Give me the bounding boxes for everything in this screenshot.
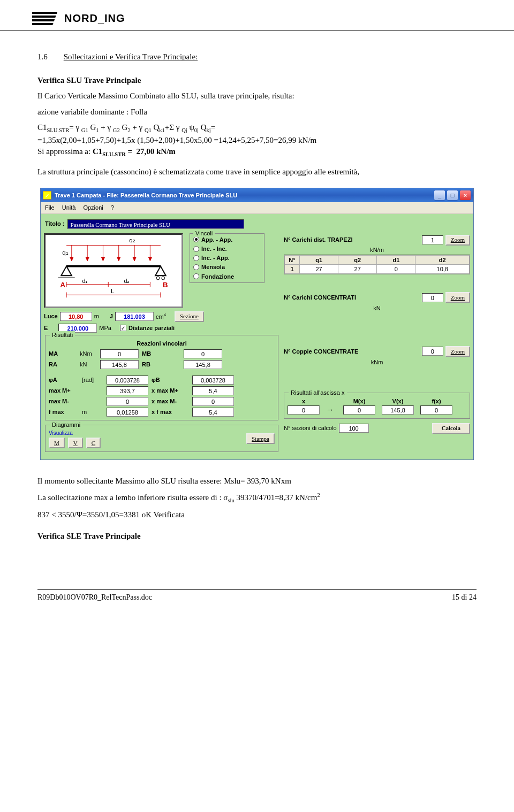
svg-rect-3 (32, 23, 54, 25)
svg-text:d₁: d₁ (82, 277, 87, 284)
concentrati-unit: kN (284, 304, 470, 312)
close-button[interactable]: × (459, 190, 471, 201)
diagram-c-button[interactable]: C (86, 438, 101, 448)
distanze-parziali-checkbox[interactable]: ✓ (120, 325, 126, 331)
titolo-label: Titolo : (45, 220, 64, 227)
svg-text:d₂: d₂ (124, 277, 130, 284)
radio-fondazione[interactable]: Fondazione (193, 273, 261, 280)
footer-page: 15 di 24 (452, 593, 477, 602)
vincoli-group: Vincoli App. - App. Inc. - Inc. Inc. - A… (190, 233, 264, 283)
svg-text:q₂: q₂ (129, 236, 135, 243)
distanze-parziali-label: Distanze parziali (128, 324, 175, 332)
maxmp-field: 393,7 (107, 386, 148, 395)
svg-text:q₁: q₁ (62, 249, 69, 256)
maxmm-field: 0 (107, 397, 148, 406)
radio-mensola[interactable]: Mensola (193, 263, 261, 271)
trapezi-label: N° Carichi dist. TRAPEZI (284, 236, 352, 243)
coppie-count[interactable]: 0 (422, 347, 443, 356)
maximize-button[interactable]: □ (447, 190, 458, 201)
app-icon: ⟋ (43, 191, 51, 200)
calcola-button[interactable]: Calcola (432, 423, 470, 434)
e-label: E (44, 324, 48, 332)
svg-marker-12 (117, 257, 120, 261)
diagram-m-button[interactable]: M (49, 438, 65, 448)
svg-rect-1 (32, 16, 56, 18)
stampa-button[interactable]: Stampa (246, 433, 275, 444)
visualizza-label: Visualizza (49, 430, 101, 436)
sezcalc-label: N° sezioni di calcolo (284, 424, 337, 432)
trapezi-zoom-button[interactable]: Zoom (445, 235, 470, 246)
minimize-button[interactable]: _ (434, 190, 445, 201)
formula: Si approssima a: C1SLU.STR = 27,00 kN/m (37, 147, 477, 158)
svg-marker-10 (102, 257, 105, 261)
trapezi-grid[interactable]: N° q1 q2 d1 d2 1 27 27 0 1 (284, 255, 470, 275)
section-label: Sollecitazioni e Verifica Trave Principa… (64, 52, 198, 63)
menu-file[interactable]: File (45, 204, 55, 211)
diagram-v-button[interactable]: V (68, 438, 83, 448)
vx-field: 145,8 (382, 405, 414, 415)
coppie-zoom-button[interactable]: Zoom (445, 346, 470, 357)
concentrati-label: N° Carichi CONCENTRATI (284, 294, 356, 301)
e-unit: MPa (99, 324, 111, 332)
reazioni-label: Reazioni vincolari (49, 340, 275, 347)
svg-point-23 (156, 277, 160, 280)
radio-inc-app[interactable]: Inc. - App. (193, 254, 261, 262)
titolo-input[interactable]: Passerella Cormano Trave Principale SLU (67, 219, 244, 229)
svg-text:L: L (111, 287, 115, 294)
logo-stripes-icon (32, 11, 58, 26)
xfmax-field: 5,4 (192, 408, 234, 417)
formula: C1SLU.STR= γ G1 G1 + γ G2 G2 + γ Q1 Qk1+… (37, 122, 477, 134)
svg-marker-22 (155, 266, 166, 275)
app-window: ⟋ Trave 1 Campata - File: Passerella Cor… (40, 188, 474, 460)
coppie-label: N° Coppie CONCENTRATE (284, 348, 358, 355)
trapezi-unit: kN/m (284, 246, 470, 254)
formula: =1,35x(2,00+1,05+7,50)+1,5x (1,50+2,00)+… (37, 135, 477, 146)
paragraph: azione variabile dominante : Folla (37, 107, 477, 118)
section-heading: 1.6 Sollecitazioni e Verifica Trave Prin… (37, 52, 477, 63)
sezcalc-field[interactable]: 100 (339, 424, 369, 433)
page-footer: R09Db010OV07R0_RelTecnPass.doc 15 di 24 (37, 589, 477, 602)
fx-field: 0 (420, 405, 452, 415)
svg-text:B: B (163, 280, 168, 288)
xmaxmp-field: 5,4 (192, 386, 234, 395)
luce-unit: m (94, 312, 99, 320)
x-field[interactable]: 0 (288, 405, 320, 415)
heading-verifica-sle: Verifica SLE Trave Principale (37, 531, 477, 542)
window-title: Trave 1 Campata - File: Passerella Corma… (55, 191, 430, 199)
radio-inc-inc[interactable]: Inc. - Inc. (193, 245, 261, 252)
logo-text: NORD_ING (64, 12, 125, 25)
diagrammi-group: Diagrammi Visualizza M V C Stampa (45, 425, 278, 452)
paragraph: Il Carico Verticale Massimo Combinato al… (37, 91, 477, 102)
menu-help[interactable]: ? (111, 204, 114, 211)
svg-marker-6 (70, 257, 73, 261)
ma-label: MA (49, 350, 77, 357)
menu-unita[interactable]: Unità (62, 204, 76, 211)
heading-verifica-slu: Verifica SLU Trave Principale (37, 75, 477, 86)
svg-marker-8 (86, 257, 89, 261)
concentrati-zoom-button[interactable]: Zoom (445, 292, 470, 303)
diagrammi-legend: Diagrammi (50, 421, 82, 428)
titlebar[interactable]: ⟋ Trave 1 Campata - File: Passerella Cor… (41, 188, 473, 202)
concentrati-count[interactable]: 0 (422, 293, 443, 302)
j-label: J (110, 312, 113, 320)
risultati-x-group: Risultati all'ascissa x x M(x) V(x) f(x)… (284, 393, 470, 418)
menubar: File Unità Opzioni ? (41, 202, 473, 213)
luce-label: Luce (44, 312, 58, 320)
j-field[interactable]: 181.003 (115, 312, 154, 321)
vincoli-legend: Vincoli (193, 229, 215, 237)
paragraph: La struttura principale (cassoncino) è s… (37, 167, 477, 178)
phib-field: 0,003728 (192, 376, 234, 385)
trapezi-count[interactable]: 1 (422, 235, 443, 244)
sezione-button[interactable]: Sezione (175, 311, 204, 322)
footer-filename: R09Db010OV07R0_RelTecnPass.doc (37, 593, 152, 602)
fmax-field: 0,01258 (107, 408, 148, 417)
beam-diagram: q₁ q₂ A B (44, 233, 183, 308)
coppie-unit: kNm (284, 358, 470, 366)
risultati-group: Risultati Reazioni vincolari MA kNm 0 MB… (45, 335, 278, 420)
luce-field[interactable]: 10,80 (60, 312, 92, 321)
mb-label: MB (142, 350, 180, 357)
xmaxmm-field: 0 (192, 397, 234, 406)
table-row[interactable]: 1 27 27 0 10,8 (285, 265, 470, 274)
svg-marker-14 (133, 257, 136, 261)
menu-opzioni[interactable]: Opzioni (83, 204, 103, 211)
